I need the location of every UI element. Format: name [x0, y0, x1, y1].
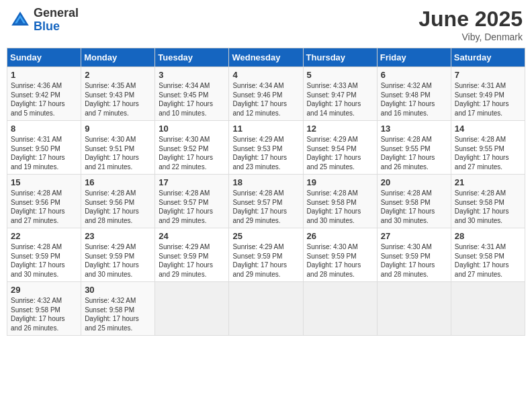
calendar-cell: 2Sunrise: 4:35 AMSunset: 9:43 PMDaylight…: [81, 67, 155, 121]
logo-general-text: General: [34, 7, 79, 20]
day-info: Sunrise: 4:29 AMSunset: 9:53 PMDaylight:…: [232, 135, 299, 171]
calendar-cell: [229, 282, 303, 336]
calendar-cell: [303, 282, 377, 336]
day-number: 27: [381, 231, 447, 241]
location: Viby, Denmark: [418, 32, 523, 42]
calendar-cell: 4Sunrise: 4:34 AMSunset: 9:46 PMDaylight…: [229, 67, 303, 121]
day-info: Sunrise: 4:28 AMSunset: 9:55 PMDaylight:…: [381, 135, 447, 171]
weekday-header-wednesday: Wednesday: [229, 48, 303, 67]
day-number: 4: [232, 70, 299, 80]
day-number: 29: [11, 285, 77, 295]
day-number: 21: [455, 177, 521, 187]
calendar-cell: 22Sunrise: 4:28 AMSunset: 9:59 PMDayligh…: [7, 228, 81, 282]
calendar-cell: 8Sunrise: 4:31 AMSunset: 9:50 PMDaylight…: [7, 121, 81, 175]
logo-blue-text: Blue: [34, 20, 79, 34]
weekday-header-thursday: Thursday: [303, 48, 377, 67]
calendar-week-row: 8Sunrise: 4:31 AMSunset: 9:50 PMDaylight…: [7, 121, 525, 175]
calendar-cell: 21Sunrise: 4:28 AMSunset: 9:58 PMDayligh…: [451, 175, 525, 228]
calendar-cell: 20Sunrise: 4:28 AMSunset: 9:58 PMDayligh…: [377, 175, 451, 228]
day-info: Sunrise: 4:28 AMSunset: 9:58 PMDaylight:…: [307, 189, 373, 225]
day-info: Sunrise: 4:28 AMSunset: 9:58 PMDaylight:…: [381, 189, 447, 225]
day-number: 8: [11, 124, 77, 134]
day-info: Sunrise: 4:32 AMSunset: 9:58 PMDaylight:…: [85, 296, 151, 332]
day-info: Sunrise: 4:28 AMSunset: 9:58 PMDaylight:…: [455, 189, 521, 225]
day-info: Sunrise: 4:28 AMSunset: 9:55 PMDaylight:…: [455, 135, 521, 171]
weekday-header-friday: Friday: [377, 48, 451, 67]
calendar-cell: 25Sunrise: 4:29 AMSunset: 9:59 PMDayligh…: [229, 228, 303, 282]
day-number: 3: [159, 70, 225, 80]
month-title: June 2025: [418, 7, 523, 32]
calendar-cell: 19Sunrise: 4:28 AMSunset: 9:58 PMDayligh…: [303, 175, 377, 228]
day-info: Sunrise: 4:29 AMSunset: 9:54 PMDaylight:…: [307, 135, 373, 171]
calendar-cell: 14Sunrise: 4:28 AMSunset: 9:55 PMDayligh…: [451, 121, 525, 175]
calendar-cell: 10Sunrise: 4:30 AMSunset: 9:52 PMDayligh…: [155, 121, 229, 175]
day-number: 24: [159, 231, 225, 241]
day-number: 10: [159, 124, 225, 134]
day-number: 9: [85, 124, 151, 134]
calendar-cell: [377, 282, 451, 336]
weekday-header-sunday: Sunday: [7, 48, 81, 67]
day-number: 23: [85, 231, 151, 241]
day-number: 13: [381, 124, 447, 134]
page-header: General Blue June 2025 Viby, Denmark: [7, 7, 525, 42]
day-number: 19: [307, 177, 373, 187]
calendar-table: SundayMondayTuesdayWednesdayThursdayFrid…: [7, 48, 525, 336]
day-number: 22: [11, 231, 77, 241]
calendar-cell: 30Sunrise: 4:32 AMSunset: 9:58 PMDayligh…: [81, 282, 155, 336]
day-info: Sunrise: 4:30 AMSunset: 9:51 PMDaylight:…: [85, 135, 151, 171]
day-info: Sunrise: 4:36 AMSunset: 9:42 PMDaylight:…: [11, 81, 77, 118]
day-info: Sunrise: 4:34 AMSunset: 9:46 PMDaylight:…: [232, 81, 299, 118]
calendar-cell: 16Sunrise: 4:28 AMSunset: 9:56 PMDayligh…: [81, 175, 155, 228]
calendar-cell: 6Sunrise: 4:32 AMSunset: 9:48 PMDaylight…: [377, 67, 451, 121]
calendar-cell: 12Sunrise: 4:29 AMSunset: 9:54 PMDayligh…: [303, 121, 377, 175]
calendar-cell: 28Sunrise: 4:31 AMSunset: 9:58 PMDayligh…: [451, 228, 525, 282]
day-number: 14: [455, 124, 521, 134]
day-info: Sunrise: 4:29 AMSunset: 9:59 PMDaylight:…: [85, 242, 151, 279]
title-block: June 2025 Viby, Denmark: [418, 7, 523, 42]
day-info: Sunrise: 4:34 AMSunset: 9:45 PMDaylight:…: [159, 81, 225, 118]
day-number: 16: [85, 177, 151, 187]
day-info: Sunrise: 4:30 AMSunset: 9:52 PMDaylight:…: [159, 135, 225, 171]
calendar-cell: [155, 282, 229, 336]
calendar-cell: 27Sunrise: 4:30 AMSunset: 9:59 PMDayligh…: [377, 228, 451, 282]
day-info: Sunrise: 4:30 AMSunset: 9:59 PMDaylight:…: [307, 242, 373, 279]
weekday-header-tuesday: Tuesday: [155, 48, 229, 67]
calendar-week-row: 1Sunrise: 4:36 AMSunset: 9:42 PMDaylight…: [7, 67, 525, 121]
day-info: Sunrise: 4:31 AMSunset: 9:49 PMDaylight:…: [455, 81, 521, 118]
weekday-header-saturday: Saturday: [451, 48, 525, 67]
calendar-cell: 17Sunrise: 4:28 AMSunset: 9:57 PMDayligh…: [155, 175, 229, 228]
day-number: 6: [381, 70, 447, 80]
calendar-cell: 7Sunrise: 4:31 AMSunset: 9:49 PMDaylight…: [451, 67, 525, 121]
calendar-cell: 3Sunrise: 4:34 AMSunset: 9:45 PMDaylight…: [155, 67, 229, 121]
calendar-cell: 24Sunrise: 4:29 AMSunset: 9:59 PMDayligh…: [155, 228, 229, 282]
calendar-cell: [451, 282, 525, 336]
day-info: Sunrise: 4:28 AMSunset: 9:56 PMDaylight:…: [11, 189, 77, 225]
day-info: Sunrise: 4:28 AMSunset: 9:59 PMDaylight:…: [11, 242, 77, 279]
day-number: 30: [85, 285, 151, 295]
day-info: Sunrise: 4:31 AMSunset: 9:58 PMDaylight:…: [455, 242, 521, 279]
day-number: 12: [307, 124, 373, 134]
calendar-cell: 5Sunrise: 4:33 AMSunset: 9:47 PMDaylight…: [303, 67, 377, 121]
day-number: 11: [232, 124, 299, 134]
logo: General Blue: [9, 7, 79, 34]
day-number: 2: [85, 70, 151, 80]
day-info: Sunrise: 4:28 AMSunset: 9:57 PMDaylight:…: [232, 189, 299, 225]
calendar-week-row: 29Sunrise: 4:32 AMSunset: 9:58 PMDayligh…: [7, 282, 525, 336]
day-info: Sunrise: 4:29 AMSunset: 9:59 PMDaylight:…: [159, 242, 225, 279]
calendar-cell: 15Sunrise: 4:28 AMSunset: 9:56 PMDayligh…: [7, 175, 81, 228]
logo-text: General Blue: [34, 7, 79, 34]
day-number: 20: [381, 177, 447, 187]
day-number: 17: [159, 177, 225, 187]
calendar-cell: 18Sunrise: 4:28 AMSunset: 9:57 PMDayligh…: [229, 175, 303, 228]
calendar-cell: 11Sunrise: 4:29 AMSunset: 9:53 PMDayligh…: [229, 121, 303, 175]
day-info: Sunrise: 4:33 AMSunset: 9:47 PMDaylight:…: [307, 81, 373, 118]
calendar-cell: 29Sunrise: 4:32 AMSunset: 9:58 PMDayligh…: [7, 282, 81, 336]
day-info: Sunrise: 4:30 AMSunset: 9:59 PMDaylight:…: [381, 242, 447, 279]
day-number: 25: [232, 231, 299, 241]
calendar-cell: 1Sunrise: 4:36 AMSunset: 9:42 PMDaylight…: [7, 67, 81, 121]
day-info: Sunrise: 4:29 AMSunset: 9:59 PMDaylight:…: [232, 242, 299, 279]
day-number: 7: [455, 70, 521, 80]
day-number: 5: [307, 70, 373, 80]
day-info: Sunrise: 4:28 AMSunset: 9:56 PMDaylight:…: [85, 189, 151, 225]
calendar-cell: 23Sunrise: 4:29 AMSunset: 9:59 PMDayligh…: [81, 228, 155, 282]
